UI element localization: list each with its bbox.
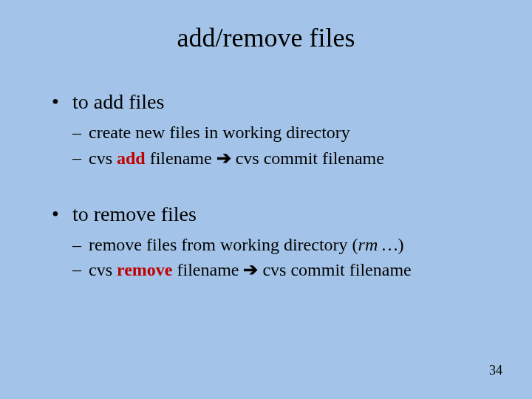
sub-remove-files: remove files from working directory (rm …	[72, 233, 502, 256]
text-pre: cvs	[89, 260, 117, 279]
slide-title: add/remove files	[0, 22, 532, 53]
text-pre: cvs	[89, 149, 117, 168]
arrow-icon: ➔	[216, 148, 231, 168]
text-pre: remove files from working directory (	[89, 235, 358, 254]
slide-body: to add files create new files in working…	[52, 89, 502, 313]
bullet-add-files: to add files	[52, 89, 502, 115]
text-post: cvs commit filename	[231, 149, 384, 168]
sub-remove-group: remove files from working directory (rm …	[72, 233, 502, 282]
sub-create-files: create new files in working directory	[72, 121, 502, 144]
rm-text: rm …	[358, 235, 398, 254]
text-post: cvs commit filename	[258, 260, 411, 279]
sub-add-group: create new files in working directory cv…	[72, 121, 502, 169]
text-mid: filename	[173, 260, 244, 279]
sub-cvs-add: cvs add filename ➔ cvs commit filename	[72, 146, 502, 170]
cmd-remove: remove	[117, 260, 173, 279]
bullet-remove-files: to remove files	[52, 201, 502, 228]
arrow-icon: ➔	[243, 259, 258, 279]
sub-cvs-remove: cvs remove filename ➔ cvs commit filenam…	[72, 258, 502, 282]
cmd-add: add	[117, 149, 146, 168]
text-mid: filename	[146, 149, 216, 168]
page-number: 34	[489, 363, 502, 378]
text-post: )	[398, 235, 404, 254]
slide: add/remove files to add files create new…	[0, 0, 532, 399]
